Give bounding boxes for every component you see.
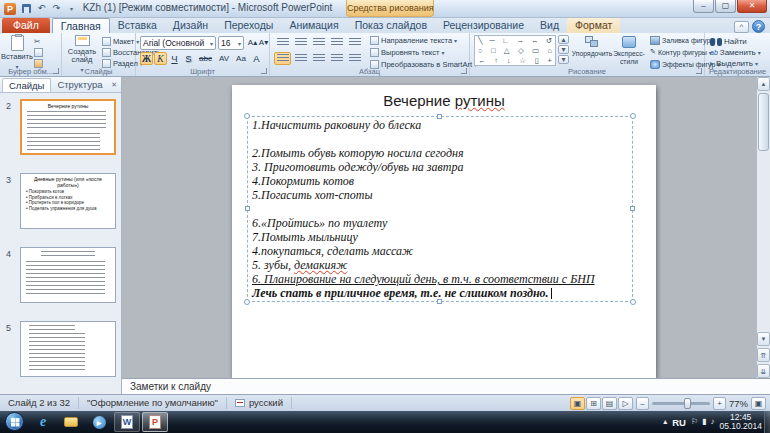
copy-button[interactable]: [34, 48, 43, 57]
maximize-button[interactable]: ▢: [715, 0, 736, 13]
resize-handle-s[interactable]: [437, 299, 442, 304]
view-button-2[interactable]: ▤: [602, 397, 617, 410]
panel-tab-slides[interactable]: Слайды: [2, 78, 51, 92]
paragraph-dialog-launcher[interactable]: [461, 68, 467, 74]
increase-indent-button[interactable]: [328, 36, 345, 49]
taskbar-powerpoint[interactable]: P: [142, 412, 168, 432]
shape-icon[interactable]: ↓: [507, 56, 511, 65]
slide-thumbnail-3[interactable]: Дневные рутины (или «после работы») • По…: [20, 173, 116, 229]
arrange-button[interactable]: Упорядочить: [573, 36, 611, 58]
scroll-up-button[interactable]: ▲: [757, 77, 770, 91]
font-color-button[interactable]: А: [250, 52, 263, 65]
slide-text-line[interactable]: Лечь спать в приличное время, т.е. не сл…: [252, 286, 630, 300]
undo-button[interactable]: ↶: [35, 2, 48, 15]
tab-file[interactable]: Файл: [2, 18, 50, 33]
font-name-combobox[interactable]: Arial (Основной▾: [140, 36, 216, 50]
justify-button[interactable]: [328, 52, 345, 65]
shape-icon[interactable]: ☆: [519, 56, 526, 65]
slide-thumbnail-5[interactable]: [20, 321, 116, 377]
quick-styles-button[interactable]: Экспресс-стили: [611, 36, 647, 66]
text-shadow-button[interactable]: S: [182, 52, 195, 65]
redo-button[interactable]: ↷: [50, 2, 63, 15]
layout-button[interactable]: Макет▾: [102, 37, 139, 46]
shape-icon[interactable]: □: [491, 46, 496, 55]
slide-thumbnail-4[interactable]: [20, 247, 116, 303]
ribbon-tab[interactable]: Главная: [52, 18, 110, 33]
ribbon-tab[interactable]: Дизайн: [165, 18, 216, 33]
resize-handle-e[interactable]: [630, 206, 635, 211]
slide-body-text[interactable]: 1.Начистить раковину до блеска 2.Помыть …: [252, 118, 630, 300]
font-dialog-launcher[interactable]: [261, 68, 267, 74]
slide-text-line[interactable]: 5. зубы, демакияж: [252, 258, 630, 272]
taskbar-clock[interactable]: 12:45 05.10.2014: [719, 413, 762, 431]
zoom-in-button[interactable]: +: [713, 397, 726, 410]
ribbon-tab[interactable]: Рецензирование: [435, 18, 532, 33]
zoom-slider-thumb[interactable]: [684, 398, 691, 409]
collapse-ribbon-button[interactable]: ^: [734, 21, 749, 33]
align-right-button[interactable]: [310, 52, 327, 65]
taskbar-windows-explorer[interactable]: [58, 412, 84, 432]
zoom-level[interactable]: 77%: [729, 398, 748, 409]
theme-name[interactable]: "Оформление по умолчанию": [79, 397, 227, 409]
slide-text-line[interactable]: 2.Помыть обувь которую носила сегодня: [252, 146, 630, 160]
columns-button[interactable]: [346, 52, 363, 65]
zoom-slider[interactable]: [652, 402, 710, 405]
shape-icon[interactable]: △: [504, 46, 510, 55]
close-button[interactable]: ✕: [737, 0, 767, 13]
help-button[interactable]: ?: [752, 20, 765, 33]
previous-slide-button[interactable]: ⇈: [757, 348, 770, 362]
slide-text-line[interactable]: 3. Приготовить одежду/обувь на завтра: [252, 160, 630, 174]
ribbon-tab[interactable]: Переходы: [216, 18, 281, 33]
slide-text-line[interactable]: [252, 132, 630, 146]
view-button-0[interactable]: ▣: [570, 397, 585, 410]
slide-text-line[interactable]: 6.«Пройтись» по туалету: [252, 216, 630, 230]
line-spacing-button[interactable]: [346, 36, 363, 49]
ribbon-tab[interactable]: Анимация: [281, 18, 346, 33]
show-desktop-button[interactable]: [764, 411, 770, 433]
slide-text-line[interactable]: [252, 202, 630, 216]
italic-button[interactable]: К: [154, 52, 167, 65]
decrease-indent-button[interactable]: [310, 36, 327, 49]
start-button[interactable]: [5, 412, 24, 431]
shape-icon[interactable]: →: [516, 36, 524, 45]
paste-button[interactable]: Вставить ▾: [3, 35, 31, 71]
drawing-dialog-launcher[interactable]: [696, 68, 702, 74]
find-button[interactable]: Найти: [710, 37, 747, 46]
font-size-combobox[interactable]: 16▾: [218, 36, 244, 50]
shape-icon[interactable]: ▯: [535, 56, 539, 65]
shape-icon[interactable]: ∟: [502, 36, 509, 45]
fit-to-window-button[interactable]: ▣: [751, 397, 766, 410]
zoom-out-button[interactable]: –: [636, 397, 649, 410]
taskbar-internet-explorer[interactable]: e: [30, 412, 56, 432]
save-button[interactable]: [20, 2, 33, 15]
resize-handle-nw[interactable]: [244, 113, 250, 119]
shape-icon[interactable]: ←: [478, 56, 486, 65]
panel-tab-outline[interactable]: Структура: [51, 78, 108, 92]
clipboard-dialog-launcher[interactable]: [53, 68, 59, 74]
minimize-button[interactable]: –: [693, 0, 714, 13]
strikethrough-button[interactable]: abc: [196, 52, 215, 65]
slide[interactable]: Вечерние рутины 1.Начистить раковину до …: [232, 85, 656, 378]
misspelled-word[interactable]: демакияж: [294, 258, 347, 272]
shape-icon[interactable]: ↔: [531, 36, 539, 45]
change-case-button[interactable]: Аа: [233, 52, 249, 65]
align-text-button[interactable]: Выровнять текст▾: [370, 48, 444, 57]
gallery-down-button[interactable]: ▾: [558, 45, 569, 54]
shape-icon[interactable]: +: [548, 56, 552, 65]
title-bar[interactable]: P ↶ ↷ ▾ KZh (1) [Режим совместимости] - …: [0, 0, 770, 18]
shape-icon[interactable]: ○: [478, 46, 483, 55]
resize-handle-sw[interactable]: [244, 299, 250, 305]
ribbon-tab[interactable]: Формат: [567, 18, 620, 33]
tray-icon-0[interactable]: ⚐: [691, 417, 698, 427]
notes-pane[interactable]: Заметки к слайду: [122, 378, 770, 394]
gallery-up-button[interactable]: ▴: [558, 35, 569, 44]
panel-close-button[interactable]: ✕: [111, 78, 117, 92]
shapes-gallery[interactable]: ╲─∟→↔↺○□△◇▭⌂←↑↓☆▯+: [474, 35, 556, 66]
text-placeholder[interactable]: 1.Начистить раковину до блеска 2.Помыть …: [247, 116, 633, 302]
shape-icon[interactable]: ↺: [546, 36, 552, 45]
view-button-3[interactable]: ▷: [618, 397, 633, 410]
shape-outline-button[interactable]: ✎Контур фигуры▾: [650, 48, 712, 56]
shape-icon[interactable]: ▭: [532, 46, 539, 55]
bold-button[interactable]: Ж: [140, 52, 153, 65]
scroll-down-button[interactable]: ▼: [757, 332, 770, 346]
